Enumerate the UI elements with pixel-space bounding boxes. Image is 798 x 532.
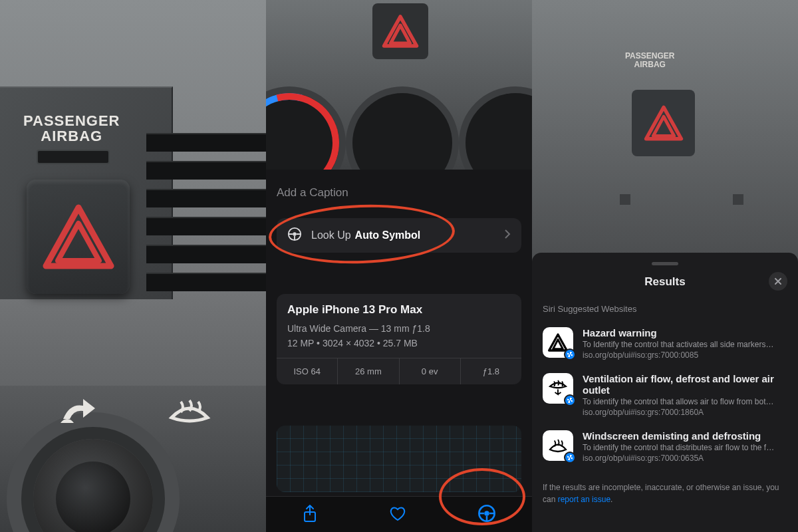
result-url: iso.org/obp/ui#iso:grs:7000:1860A: [583, 408, 787, 417]
hazard-triangle-icon: [42, 203, 115, 270]
lookup-prefix: Look Up: [311, 229, 351, 241]
section-label: Siri Suggested Websites: [543, 304, 787, 314]
hazard-triangle-icon: [644, 105, 684, 141]
hazard-warning-button: [27, 180, 130, 294]
exif-aperture: ƒ1.8: [461, 358, 521, 384]
safari-badge-icon: [564, 348, 576, 360]
caption-input[interactable]: Add a Caption: [277, 186, 348, 200]
result-url: iso.org/obp/ui#iso:grs:7000:0085: [583, 350, 773, 360]
result-title: Ventilation air flow, defrost and lower …: [583, 373, 787, 396]
windscreen-defrost-icon: [548, 437, 568, 454]
results-sheet: Results Siri Suggested Websites: [532, 253, 798, 532]
close-button[interactable]: [769, 272, 787, 291]
visual-lookup-steering-icon[interactable]: [477, 504, 496, 525]
hazard-triangle-icon: [382, 15, 419, 48]
device-model: Apple iPhone 13 Pro Max: [287, 303, 511, 317]
lookup-subject: Auto Symbol: [355, 229, 421, 241]
photos-toolbar: [266, 496, 532, 532]
exif-ev: 0 ev: [400, 358, 461, 384]
photo-metadata-card: Apple iPhone 13 Pro Max Ultra Wide Camer…: [277, 294, 521, 384]
airbag-label-line1: PASSENGER: [23, 112, 120, 129]
results-footer-note: If the results are incomplete, inaccurat…: [543, 481, 787, 505]
lens-info: Ultra Wide Camera — 13 mm ƒ1.8: [287, 323, 511, 334]
defrost-icon: [166, 394, 213, 426]
panel-results-sheet: PASSENGER AIRBAG Results: [532, 0, 798, 532]
exif-focal: 26 mm: [338, 358, 399, 384]
passenger-airbag-label: PASSENGER AIRBAG: [23, 113, 120, 144]
result-row[interactable]: Windscreen demisting and defrosting To i…: [543, 424, 787, 469]
passenger-airbag-indicator: [37, 150, 110, 164]
safari-badge-icon: [564, 452, 576, 464]
sheet-grabber[interactable]: [652, 262, 678, 265]
close-icon: [774, 276, 782, 287]
result-desc: To identify the control that allows air …: [583, 397, 782, 406]
safari-badge-icon: [564, 394, 576, 406]
result-desc: To identify the control that distributes…: [583, 443, 774, 452]
defrost-floor-icon: [548, 379, 568, 398]
airbag-label-line2: AIRBAG: [41, 128, 102, 144]
exif-iso: ISO 64: [277, 358, 338, 384]
resolution-info: 12 MP • 3024 × 4032 • 25.7 MB: [287, 338, 511, 348]
hazard-triangle-icon: [548, 333, 568, 352]
result-thumb: [543, 430, 573, 461]
air-vent: [146, 133, 266, 299]
triptych-stage: PASSENGER AIRBAG: [0, 0, 798, 532]
result-row[interactable]: Ventilation air flow, defrost and lower …: [543, 366, 787, 424]
result-title: Windscreen demisting and defrosting: [583, 430, 774, 442]
steering-wheel-icon: [287, 227, 302, 244]
favorite-heart-icon[interactable]: [389, 505, 406, 524]
svg-point-4: [485, 511, 489, 515]
result-url: iso.org/obp/ui#iso:grs:7000:0635A: [583, 454, 774, 463]
hazard-button-in-photo: [632, 90, 695, 156]
photo-location-map[interactable]: [277, 426, 521, 492]
hazard-button-in-photo: [372, 3, 428, 59]
passenger-airbag-label: PASSENGER AIRBAG: [625, 52, 674, 69]
climate-dial: [33, 439, 153, 532]
chevron-right-icon: [504, 229, 511, 242]
visual-lookup-row[interactable]: Look Up Auto Symbol: [277, 218, 521, 253]
result-thumb: [543, 373, 573, 404]
footwell-airflow-icon: [57, 396, 96, 426]
result-row[interactable]: Hazard warning To Identify the control t…: [543, 321, 787, 366]
svg-point-1: [293, 232, 297, 236]
report-issue-link[interactable]: report an issue: [558, 495, 610, 504]
panel-photos-info-sheet: Add a Caption Look Up Auto Symbol Apple …: [266, 0, 532, 532]
result-desc: To Identify the control that activates a…: [583, 340, 773, 349]
result-thumb: [543, 327, 573, 358]
photo-preview: [266, 0, 532, 170]
sheet-title: Results: [644, 275, 685, 289]
panel-photo-closeup: PASSENGER AIRBAG: [0, 0, 266, 532]
share-icon[interactable]: [302, 504, 318, 525]
lower-dashboard: [0, 386, 266, 532]
exif-row: ISO 64 26 mm 0 ev ƒ1.8: [277, 358, 521, 384]
photo-behind-sheet: PASSENGER AIRBAG: [532, 0, 798, 266]
sheet-header: Results: [543, 272, 787, 292]
result-title: Hazard warning: [583, 327, 773, 338]
